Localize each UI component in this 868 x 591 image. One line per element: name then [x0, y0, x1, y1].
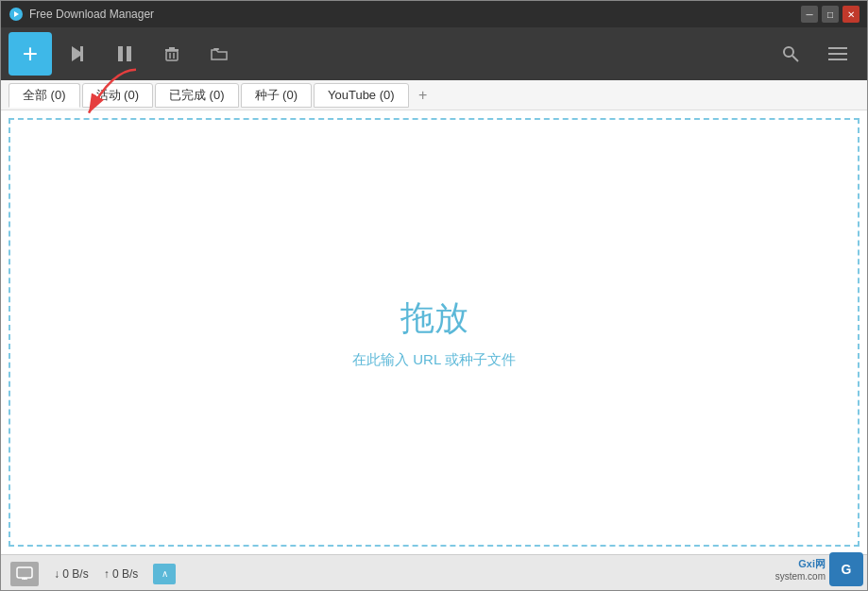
svg-rect-11 [213, 48, 219, 50]
svg-line-13 [792, 56, 798, 61]
svg-rect-3 [80, 46, 83, 61]
add-tab-button[interactable]: + [411, 83, 435, 108]
search-button[interactable] [769, 32, 812, 76]
expand-button[interactable]: ∧ [153, 564, 176, 584]
resume-button[interactable] [56, 32, 99, 76]
drop-title: 拖放 [400, 296, 468, 342]
add-download-button[interactable]: + [9, 32, 52, 76]
toolbar: + [1, 27, 867, 80]
watermark-logo: G [829, 552, 863, 586]
pause-button[interactable] [103, 32, 146, 76]
tab-torrent[interactable]: 种子 (0) [241, 83, 313, 108]
close-button[interactable]: ✕ [842, 6, 859, 23]
tab-youtube[interactable]: YouTube (0) [314, 83, 409, 108]
watermark: Gxi网 system.com G [775, 552, 863, 586]
app-icon [9, 7, 24, 22]
main-content-wrapper: 拖放 在此输入 URL 或种子文件 [1, 110, 867, 554]
open-folder-button[interactable] [197, 32, 241, 76]
minimize-button[interactable]: ─ [801, 6, 818, 23]
watermark-site: Gxi网 [775, 557, 825, 571]
tab-active[interactable]: 活动 (0) [82, 83, 154, 108]
svg-point-12 [784, 47, 793, 57]
status-bar: ↓ 0 B/s ↑ 0 B/s ∧ [1, 554, 867, 591]
tab-bar: 全部 (0) 活动 (0) 已完成 (0) 种子 (0) YouTube (0)… [1, 80, 867, 110]
title-bar: Free Download Manager ─ □ ✕ [1, 1, 867, 27]
maximize-button[interactable]: □ [822, 6, 839, 23]
tab-all[interactable]: 全部 (0) [9, 83, 80, 108]
menu-button[interactable] [816, 32, 859, 76]
monitor-button[interactable] [10, 562, 39, 586]
drop-subtitle: 在此输入 URL 或种子文件 [352, 351, 516, 369]
svg-rect-4 [118, 46, 123, 61]
upload-speed: ↑ 0 B/s [104, 567, 139, 581]
svg-rect-5 [127, 46, 131, 61]
svg-rect-8 [166, 51, 178, 60]
svg-rect-18 [17, 567, 32, 578]
delete-button[interactable] [150, 32, 194, 76]
svg-rect-7 [169, 47, 175, 49]
app-title: Free Download Manager [29, 8, 154, 21]
download-speed: ↓ 0 B/s [54, 567, 89, 581]
drop-area[interactable]: 拖放 在此输入 URL 或种子文件 [9, 118, 859, 547]
tab-completed[interactable]: 已完成 (0) [155, 83, 239, 108]
